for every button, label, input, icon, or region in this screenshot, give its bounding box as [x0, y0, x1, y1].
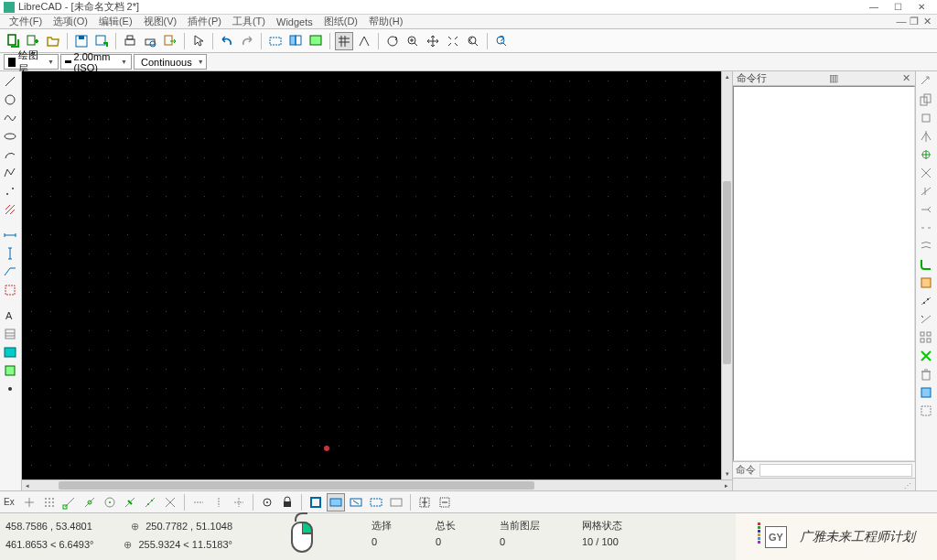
rotate-button[interactable] — [918, 110, 934, 126]
save-as-button[interactable] — [92, 32, 111, 50]
arc-tool-button[interactable] — [2, 146, 18, 163]
line-tool-button[interactable] — [2, 73, 18, 90]
print-button[interactable] — [121, 32, 139, 50]
scrollbar-thumb[interactable] — [59, 481, 534, 490]
delete-button[interactable] — [918, 366, 934, 382]
point-tool-button[interactable] — [2, 183, 18, 199]
dimension-button[interactable] — [2, 227, 18, 243]
array-button[interactable] — [918, 329, 934, 346]
zoom-auto-button[interactable] — [444, 32, 462, 50]
doc-restore-button[interactable]: ❐ — [908, 16, 921, 27]
scroll-left-arrow-icon[interactable]: ◂ — [22, 480, 33, 490]
restrict-ortho-button[interactable] — [210, 493, 228, 512]
undo-button[interactable] — [218, 32, 236, 50]
horizontal-scrollbar[interactable]: ◂ ▸ — [22, 479, 732, 490]
image-tool-button[interactable] — [2, 344, 18, 361]
menu-widgets[interactable]: Widgets — [271, 16, 318, 27]
zoom-previous-button[interactable] — [307, 32, 325, 50]
snap-grid-button[interactable] — [40, 493, 59, 512]
circle-tool-button[interactable] — [2, 92, 18, 108]
text-tool-button[interactable]: A — [2, 307, 18, 324]
menu-help[interactable]: 帮助(H) — [363, 15, 408, 28]
zoom-window-button[interactable] — [286, 32, 305, 50]
snap-intersection-button[interactable] — [161, 493, 179, 512]
scroll-right-arrow-icon[interactable]: ▸ — [721, 480, 732, 490]
new-from-template-button[interactable] — [24, 32, 42, 50]
block-tool-button[interactable] — [2, 362, 18, 379]
deselect-button[interactable] — [387, 493, 405, 512]
select-intersected-button[interactable] — [367, 493, 385, 512]
stretch-button[interactable] — [918, 165, 934, 181]
snap-on-entity-button[interactable] — [81, 493, 99, 512]
snap-free-button[interactable] — [20, 493, 38, 512]
menu-tools[interactable]: 工具(T) — [227, 15, 271, 28]
select-window-button[interactable] — [327, 493, 345, 512]
select-all-button[interactable] — [307, 493, 325, 512]
pan-button[interactable] — [424, 32, 442, 50]
attributes-button[interactable] — [918, 384, 934, 401]
panel-close-button[interactable]: ✕ — [900, 72, 911, 84]
open-button[interactable] — [44, 32, 62, 50]
chamfer-button[interactable] — [918, 275, 934, 291]
draft-mode-button[interactable] — [355, 32, 373, 50]
hatch-tool-button[interactable] — [2, 201, 18, 218]
relative-zero-button[interactable] — [258, 493, 276, 512]
spline-tool-button[interactable] — [2, 110, 18, 126]
hatch-pattern-button[interactable] — [2, 326, 18, 342]
command-input[interactable] — [759, 464, 912, 477]
mirror-button[interactable] — [918, 128, 934, 145]
snap-center-button[interactable] — [101, 493, 119, 512]
doc-minimize-button[interactable]: — — [895, 16, 908, 27]
grid-toggle-button[interactable] — [335, 32, 353, 50]
polyline-tool-button[interactable] — [2, 165, 18, 181]
menu-file[interactable]: 文件(F) — [4, 15, 48, 28]
trim-button[interactable] — [918, 183, 934, 199]
extend-button[interactable] — [918, 201, 934, 218]
move-button[interactable] — [918, 73, 934, 90]
print-preview-button[interactable] — [141, 32, 159, 50]
close-button[interactable]: ✕ — [910, 1, 933, 14]
maximize-button[interactable]: ☐ — [886, 1, 910, 14]
break-button[interactable] — [918, 220, 934, 236]
minimize-button[interactable]: — — [862, 1, 886, 14]
lock-relative-zero-button[interactable] — [278, 493, 296, 512]
scroll-up-arrow-icon[interactable]: ▴ — [722, 71, 732, 82]
restrict-h-button[interactable] — [230, 493, 248, 512]
measure-button[interactable] — [918, 311, 934, 328]
select-button[interactable] — [189, 32, 208, 50]
explode-button[interactable] — [918, 348, 934, 364]
save-button[interactable] — [72, 32, 91, 50]
zoom-prev-button[interactable] — [464, 32, 482, 50]
coord-point-button[interactable] — [2, 381, 18, 397]
divide-button[interactable] — [918, 293, 934, 309]
export-button[interactable] — [161, 32, 179, 50]
snap-distance-button[interactable] — [141, 493, 159, 512]
snap-middle-button[interactable] — [121, 493, 139, 512]
copy-button[interactable] — [918, 92, 934, 108]
ellipse-tool-button[interactable] — [2, 128, 18, 145]
select-layer-button[interactable] — [436, 493, 454, 512]
scale-button[interactable] — [918, 146, 934, 163]
help-about-button[interactable]: ? — [492, 32, 511, 50]
menu-drawing[interactable]: 图纸(D) — [318, 15, 363, 28]
leader-button[interactable] — [2, 264, 18, 280]
fillet-button[interactable] — [918, 256, 934, 273]
panel-float-button[interactable]: ▥ — [828, 72, 839, 84]
invert-selection-button[interactable] — [415, 493, 434, 512]
revert-button[interactable] — [918, 403, 934, 419]
zoom-in-button[interactable] — [404, 32, 422, 50]
scrollbar-thumb[interactable] — [723, 181, 731, 364]
menu-options[interactable]: 选项(O) — [48, 15, 93, 28]
linetype-combo[interactable]: Continuous ▼ — [134, 54, 207, 70]
zoom-extents-button[interactable] — [266, 32, 285, 50]
drawing-canvas[interactable]: ➤ — [22, 71, 721, 479]
redo-button[interactable] — [238, 32, 256, 50]
vertical-scrollbar[interactable]: ▴ ▾ — [721, 71, 732, 479]
modify-button[interactable] — [2, 282, 18, 298]
dimension-v-button[interactable] — [2, 245, 18, 262]
restrict-nothing-button[interactable] — [189, 493, 208, 512]
menu-view[interactable]: 视图(V) — [138, 15, 183, 28]
select-contour-button[interactable] — [347, 493, 365, 512]
scroll-down-arrow-icon[interactable]: ▾ — [722, 468, 732, 479]
menu-edit[interactable]: 编辑(E) — [93, 15, 138, 28]
